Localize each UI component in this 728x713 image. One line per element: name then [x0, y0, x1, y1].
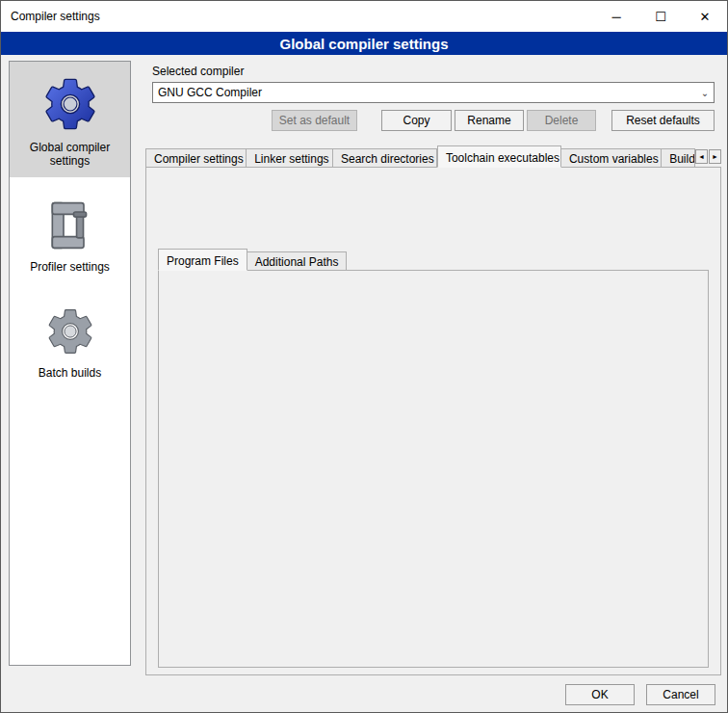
ok-label: OK — [591, 688, 608, 701]
delete-button: Delete — [527, 110, 596, 131]
tab-label: Custom variables — [569, 152, 659, 166]
reset-defaults-label: Reset defaults — [626, 114, 700, 127]
cancel-label: Cancel — [663, 688, 698, 701]
dialog-banner: Global compiler settings — [1, 32, 727, 55]
tab-custom-variables[interactable]: Custom variables — [561, 148, 662, 168]
compiler-select[interactable]: GNU GCC Compiler ⌄ — [152, 82, 715, 103]
close-button[interactable]: ✕ — [683, 1, 727, 32]
sidebar-item-label: Global compiler settings — [13, 141, 126, 168]
subtab-label: Additional Paths — [255, 255, 339, 269]
tab-label: Search directories — [341, 152, 434, 166]
tab-build-options[interactable]: Build — [662, 148, 695, 168]
copy-label: Copy — [403, 114, 429, 127]
sidebar-item-label: Batch builds — [13, 366, 126, 380]
tab-compiler-settings[interactable]: Compiler settings — [145, 148, 247, 168]
subtab-program-files[interactable]: Program Files — [158, 249, 247, 271]
sidebar-item-batch-builds[interactable]: Batch builds — [10, 283, 130, 389]
tab-toolchain-executables[interactable]: Toolchain executables — [437, 145, 561, 168]
sidebar-item-profiler-settings[interactable]: Profiler settings — [10, 177, 130, 283]
selected-compiler-label: Selected compiler — [152, 65, 244, 78]
set-as-default-button: Set as default — [272, 110, 357, 131]
reset-defaults-button[interactable]: Reset defaults — [611, 110, 715, 131]
compiler-select-value: GNU GCC Compiler — [158, 86, 262, 99]
right-arrow-icon: ► — [712, 153, 718, 160]
clamp-icon — [43, 198, 97, 252]
sidebar-item-global-compiler-settings[interactable]: Global compiler settings — [10, 62, 130, 177]
compiler-settings-dialog: Compiler settings ─ ☐ ✕ Global compiler … — [0, 0, 728, 713]
minimize-icon: ─ — [611, 10, 620, 24]
banner-title: Global compiler settings — [279, 36, 448, 52]
rename-button[interactable]: Rename — [455, 110, 524, 131]
settings-category-list: Global compiler settings Profiler settin… — [9, 61, 131, 666]
tab-search-directories[interactable]: Search directories — [333, 148, 437, 168]
rename-label: Rename — [467, 114, 510, 127]
tab-label: Compiler settings — [154, 152, 244, 166]
main-tab-strip: Compiler settings Linker settings Search… — [145, 145, 721, 168]
maximize-icon: ☐ — [655, 10, 666, 24]
subtab-additional-paths[interactable]: Additional Paths — [247, 251, 348, 271]
maximize-button[interactable]: ☐ — [638, 1, 683, 32]
delete-label: Delete — [545, 114, 579, 127]
subtab-label: Program Files — [167, 254, 239, 268]
tab-scroll-left-button[interactable]: ◄ — [695, 149, 708, 164]
tab-label: Toolchain executables — [446, 151, 559, 165]
close-icon: ✕ — [700, 10, 711, 24]
cancel-button[interactable]: Cancel — [646, 684, 715, 705]
chevron-down-icon: ⌄ — [696, 88, 714, 98]
program-files-tab-strip: Program Files Additional Paths — [158, 250, 709, 271]
tab-label: Linker settings — [254, 152, 328, 166]
window-title: Compiler settings — [1, 10, 100, 23]
grey-gear-icon — [43, 304, 97, 358]
tab-scroll-right-button[interactable]: ► — [709, 149, 721, 164]
set-as-default-label: Set as default — [279, 114, 350, 127]
left-arrow-icon: ◄ — [698, 153, 705, 160]
tab-linker-settings[interactable]: Linker settings — [247, 148, 333, 168]
blue-gear-icon — [39, 73, 101, 135]
minimize-button[interactable]: ─ — [594, 1, 638, 32]
title-bar[interactable]: Compiler settings ─ ☐ ✕ — [1, 1, 727, 32]
tab-label: Build — [669, 152, 695, 166]
program-files-panel — [158, 270, 709, 668]
copy-button[interactable]: Copy — [381, 110, 452, 131]
ok-button[interactable]: OK — [565, 684, 635, 705]
sidebar-item-label: Profiler settings — [13, 260, 126, 274]
